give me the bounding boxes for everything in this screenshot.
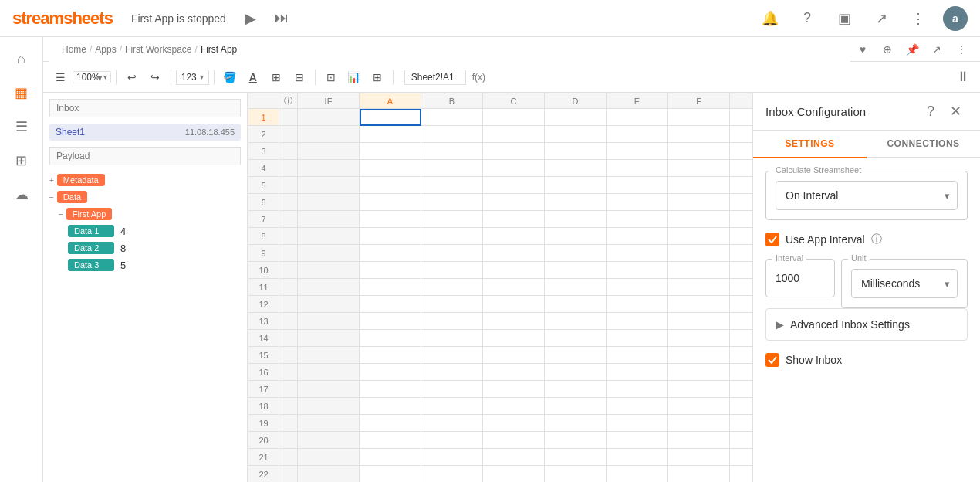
firstapp-tag[interactable]: First App: [66, 208, 112, 220]
cell-F3[interactable]: [668, 143, 730, 160]
cell-D8[interactable]: [545, 228, 607, 245]
cell-E1[interactable]: [607, 109, 668, 126]
cell-E13[interactable]: [607, 313, 668, 330]
cell-E3[interactable]: [607, 143, 668, 160]
cell-A5[interactable]: [360, 177, 421, 194]
cell-C16[interactable]: [483, 364, 545, 381]
cell-B8[interactable]: [421, 228, 483, 245]
merge-btn[interactable]: ⊟: [289, 66, 310, 88]
cell-A19[interactable]: [360, 415, 421, 432]
cell-F8[interactable]: [668, 228, 730, 245]
cell-A6[interactable]: [360, 194, 421, 211]
tab-connections[interactable]: CONNECTIONS: [867, 131, 980, 157]
cell-F11[interactable]: [668, 279, 730, 296]
cell-B3[interactable]: [421, 143, 483, 160]
cell-D3[interactable]: [545, 143, 607, 160]
cell-C11[interactable]: [483, 279, 545, 296]
cell-F7[interactable]: [668, 211, 730, 228]
cell-G16[interactable]: [730, 364, 753, 381]
cell-F5[interactable]: [668, 177, 730, 194]
cell-A14[interactable]: [360, 330, 421, 347]
cell-B16[interactable]: [421, 364, 483, 381]
cell-C17[interactable]: [483, 381, 545, 398]
cell-B10[interactable]: [421, 262, 483, 279]
cell-B5[interactable]: [421, 177, 483, 194]
cell-D7[interactable]: [545, 211, 607, 228]
cell-E16[interactable]: [607, 364, 668, 381]
cell-C21[interactable]: [483, 449, 545, 466]
cell-C10[interactable]: [483, 262, 545, 279]
cell-F20[interactable]: [668, 432, 730, 449]
cell-B12[interactable]: [421, 296, 483, 313]
cell-A20[interactable]: [360, 432, 421, 449]
cell-B7[interactable]: [421, 211, 483, 228]
cell-G4[interactable]: [730, 160, 753, 177]
share2-icon[interactable]: ↗: [924, 37, 949, 62]
cell-G9[interactable]: [730, 245, 753, 262]
cell-F9[interactable]: [668, 245, 730, 262]
cell-D11[interactable]: [545, 279, 607, 296]
more-icon[interactable]: ⋮: [906, 6, 931, 31]
cell-E17[interactable]: [607, 381, 668, 398]
cell-E14[interactable]: [607, 330, 668, 347]
cell-A1[interactable]: [360, 109, 421, 126]
firstapp-toggle[interactable]: −: [59, 210, 63, 219]
cell-C6[interactable]: [483, 194, 545, 211]
data-item-1-tag[interactable]: Data 1: [68, 225, 114, 237]
cell-G5[interactable]: [730, 177, 753, 194]
cell-G2[interactable]: [730, 126, 753, 143]
skip-button[interactable]: ⏭: [269, 6, 294, 31]
cell-B20[interactable]: [421, 432, 483, 449]
cell-C7[interactable]: [483, 211, 545, 228]
cell-G21[interactable]: [730, 449, 753, 466]
cell-E11[interactable]: [607, 279, 668, 296]
cell-F15[interactable]: [668, 347, 730, 364]
cell-G6[interactable]: [730, 194, 753, 211]
cell-G13[interactable]: [730, 313, 753, 330]
cell-E7[interactable]: [607, 211, 668, 228]
menu-btn[interactable]: ☰: [49, 66, 71, 88]
cell-E2[interactable]: [607, 126, 668, 143]
col-header-E[interactable]: E: [607, 93, 668, 109]
data-toggle[interactable]: −: [49, 193, 54, 202]
cell-A9[interactable]: [360, 245, 421, 262]
undo-btn[interactable]: ↩: [121, 66, 143, 88]
cell-F14[interactable]: [668, 330, 730, 347]
cell-A13[interactable]: [360, 313, 421, 330]
cell-A8[interactable]: [360, 228, 421, 245]
panel-close-icon[interactable]: ✕: [943, 99, 968, 124]
cell-C22[interactable]: [483, 466, 545, 483]
cell-D2[interactable]: [545, 126, 607, 143]
screen-icon[interactable]: ▣: [832, 6, 857, 31]
paint-fill-btn[interactable]: 🪣: [219, 66, 241, 88]
cell-G14[interactable]: [730, 330, 753, 347]
cell-D19[interactable]: [545, 415, 607, 432]
cell-D4[interactable]: [545, 160, 607, 177]
cell-C15[interactable]: [483, 347, 545, 364]
use-app-interval-checkbox[interactable]: [765, 233, 779, 246]
sidebar-tree-icon[interactable]: ☰: [6, 111, 37, 142]
cell-C14[interactable]: [483, 330, 545, 347]
cell-C20[interactable]: [483, 432, 545, 449]
sheet-item[interactable]: Sheet1 11:08:18.455: [49, 124, 241, 141]
cell-A22[interactable]: [360, 466, 421, 483]
col-header-F[interactable]: F: [668, 93, 730, 109]
sidebar-home-icon[interactable]: ⌂: [6, 43, 37, 74]
cell-D1[interactable]: [545, 109, 607, 126]
cell-G7[interactable]: [730, 211, 753, 228]
redo-btn[interactable]: ↪: [144, 66, 166, 88]
cell-C5[interactable]: [483, 177, 545, 194]
cell-G12[interactable]: [730, 296, 753, 313]
sidebar-cloud-icon[interactable]: ☁: [6, 179, 37, 210]
stream-btn[interactable]: ⊡: [320, 66, 342, 88]
cell-F19[interactable]: [668, 415, 730, 432]
col-header-B[interactable]: B: [421, 93, 483, 109]
cell-C19[interactable]: [483, 415, 545, 432]
cell-B4[interactable]: [421, 160, 483, 177]
col-header-C[interactable]: C: [483, 93, 545, 109]
cell-A17[interactable]: [360, 381, 421, 398]
data-item-3-tag[interactable]: Data 3: [68, 259, 114, 271]
cell-A7[interactable]: [360, 211, 421, 228]
col-header-A[interactable]: A: [360, 93, 421, 109]
cell-B17[interactable]: [421, 381, 483, 398]
